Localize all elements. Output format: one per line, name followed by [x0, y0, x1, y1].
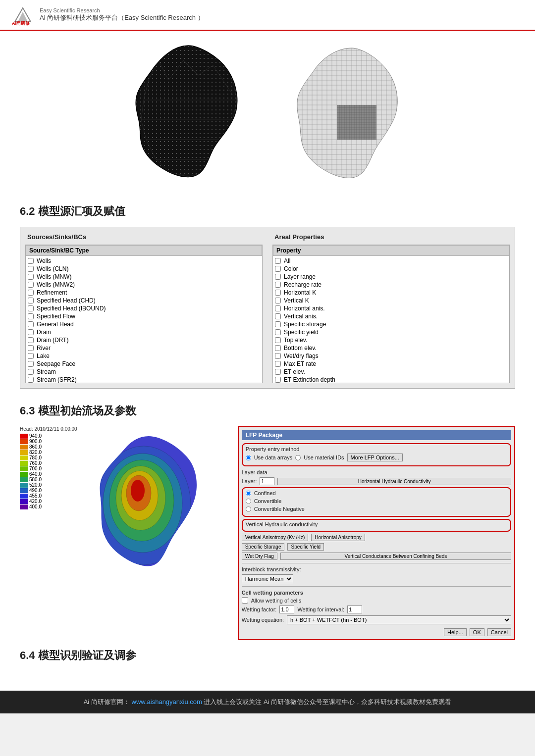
specific-yield-button[interactable]: Specific Yield — [287, 543, 323, 551]
legend-color — [20, 445, 28, 450]
source-row-item[interactable]: Wells — [26, 257, 262, 265]
source-checkbox[interactable] — [28, 329, 34, 335]
areal-header: Property — [273, 245, 509, 256]
source-row-item[interactable]: Wells (MNW) — [26, 273, 262, 281]
legend-value: 780.0 — [29, 455, 42, 460]
source-row-item[interactable]: Wells (CLN) — [26, 265, 262, 273]
areal-row-item[interactable]: Bottom elev. — [273, 344, 509, 352]
wetting-factor-input[interactable] — [279, 605, 294, 613]
specific-storage-button[interactable]: Specific Storage — [242, 543, 285, 551]
areal-row-item[interactable]: Top elev. — [273, 336, 509, 344]
source-row-item[interactable]: Specified Head (CHD) — [26, 297, 262, 304]
source-checkbox[interactable] — [28, 305, 34, 311]
source-checkbox[interactable] — [28, 298, 34, 303]
source-checkbox[interactable] — [28, 313, 34, 319]
areal-checkbox[interactable] — [275, 274, 281, 280]
areal-row-item[interactable]: Recharge rate — [273, 281, 509, 289]
cancel-button[interactable]: Cancel — [487, 628, 511, 636]
areal-row-item[interactable]: Specific yield — [273, 328, 509, 336]
areal-checkbox[interactable] — [275, 305, 281, 311]
source-checkbox[interactable] — [28, 345, 34, 351]
svg-point-39 — [131, 480, 145, 502]
sources-list-wrapper[interactable]: Source/Sink/BC Type WellsWells (CLN)Well… — [25, 245, 263, 383]
source-checkbox[interactable] — [28, 282, 34, 288]
use-material-ids-radio[interactable] — [295, 455, 301, 460]
lower-row: Head: 2010/12/11 0:00:00 940.0900.0860.0… — [20, 426, 515, 640]
source-checkbox[interactable] — [28, 369, 34, 375]
source-row-item[interactable]: Specified Flow — [26, 312, 262, 320]
help-button[interactable]: Help... — [444, 628, 467, 636]
areal-row-item[interactable]: Wet/dry flags — [273, 352, 509, 360]
areal-checkbox[interactable] — [275, 369, 281, 375]
wetting-equation-select[interactable]: h + BOT + WETFCT (hn - BOT) — [287, 615, 511, 624]
areal-checkbox[interactable] — [275, 290, 281, 296]
footer-website[interactable]: www.aishangyanxiu.com — [132, 698, 202, 706]
source-checkbox[interactable] — [28, 377, 34, 383]
source-row-item[interactable]: River — [26, 344, 262, 352]
wet-dry-flag-button[interactable]: Wet Dry Flag — [242, 553, 277, 560]
source-checkbox[interactable] — [28, 321, 34, 327]
header: Ai尚研修 Easy Scientific Research Ai 尚研修科研技… — [0, 0, 535, 31]
vertical-hk-box: Vertical Hydraulic conductivity — [242, 519, 511, 532]
allow-wetting-checkbox[interactable] — [242, 597, 248, 604]
areal-checkbox[interactable] — [275, 361, 281, 367]
horizontal-anisotropy-button[interactable]: Horizontal Anisotropy — [311, 534, 365, 541]
areal-row-item[interactable]: Vertical K — [273, 297, 509, 304]
areal-row-item[interactable]: Specific storage — [273, 320, 509, 328]
areal-row-item[interactable]: Vertical anis. — [273, 312, 509, 320]
horizontal-k-button[interactable]: Horizontal Hydraulic Conductivity — [277, 478, 511, 485]
source-row-item[interactable]: Seepage Face — [26, 360, 262, 368]
areal-checkbox[interactable] — [275, 377, 281, 383]
areal-checkbox[interactable] — [275, 353, 281, 359]
more-lfp-options-button[interactable]: More LFP Options... — [347, 454, 403, 461]
source-row-item[interactable]: Lake — [26, 352, 262, 360]
areal-checkbox[interactable] — [275, 282, 281, 288]
areal-row-item[interactable]: ET Extinction depth — [273, 376, 509, 383]
areal-checkbox[interactable] — [275, 298, 281, 303]
areal-checkbox[interactable] — [275, 337, 281, 343]
source-row-item[interactable]: Stream (SFR2) — [26, 376, 262, 383]
areal-checkbox[interactable] — [275, 345, 281, 351]
areal-checkbox[interactable] — [275, 321, 281, 327]
areal-checkbox[interactable] — [275, 266, 281, 272]
source-row-item[interactable]: Specified Head (IBOUND) — [26, 304, 262, 312]
areal-row-item[interactable]: Horizontal anis. — [273, 304, 509, 312]
head-label: Head: 2010/12/11 0:00:00 — [20, 426, 77, 432]
areal-checkbox[interactable] — [275, 329, 281, 335]
areal-row-item[interactable]: All — [273, 257, 509, 265]
ok-button[interactable]: OK — [470, 628, 484, 636]
confined-negative-radio[interactable] — [246, 506, 251, 512]
source-checkbox[interactable] — [28, 258, 34, 264]
source-row-item[interactable]: Refinement — [26, 289, 262, 297]
source-checkbox[interactable] — [28, 266, 34, 272]
wetting-interval-label: Wetting for interval: — [297, 606, 344, 612]
source-row-item[interactable]: General Head — [26, 320, 262, 328]
legend-value: 400.0 — [29, 504, 42, 509]
source-checkbox[interactable] — [28, 353, 34, 359]
areal-row-item[interactable]: Max ET rate — [273, 360, 509, 368]
areal-list-wrapper[interactable]: Property AllColorLayer rangeRecharge rat… — [272, 245, 510, 383]
convertible-radio[interactable] — [246, 499, 251, 504]
source-row-item[interactable]: Wells (MNW2) — [26, 281, 262, 289]
section-63: 6.3 模型初始流场及参数 Head: 2010/12/11 0:00:00 9… — [20, 403, 515, 640]
confined-radio[interactable] — [246, 491, 251, 496]
use-data-arrays-radio[interactable] — [246, 455, 251, 460]
areal-checkbox[interactable] — [275, 313, 281, 319]
areal-row-item[interactable]: Color — [273, 265, 509, 273]
vertical-anisotropy-button[interactable]: Vertical Anisotropy (Kv /Kz) — [242, 534, 309, 541]
vc-button[interactable]: Vertical Conductance Between Confining B… — [280, 553, 511, 560]
source-checkbox[interactable] — [28, 361, 34, 367]
source-row-item[interactable]: Drain (DRT) — [26, 336, 262, 344]
source-row-item[interactable]: Stream — [26, 368, 262, 376]
source-checkbox[interactable] — [28, 290, 34, 296]
areal-row-item[interactable]: ET elev. — [273, 368, 509, 376]
source-checkbox[interactable] — [28, 337, 34, 343]
harmonic-select[interactable]: Harmonic Mean — [242, 574, 293, 583]
source-row-item[interactable]: Drain — [26, 328, 262, 336]
areal-row-item[interactable]: Layer range — [273, 273, 509, 281]
wetting-interval-input[interactable] — [347, 605, 362, 613]
layer-input[interactable] — [260, 477, 274, 485]
areal-checkbox[interactable] — [275, 258, 281, 264]
source-checkbox[interactable] — [28, 274, 34, 280]
areal-row-item[interactable]: Horizontal K — [273, 289, 509, 297]
